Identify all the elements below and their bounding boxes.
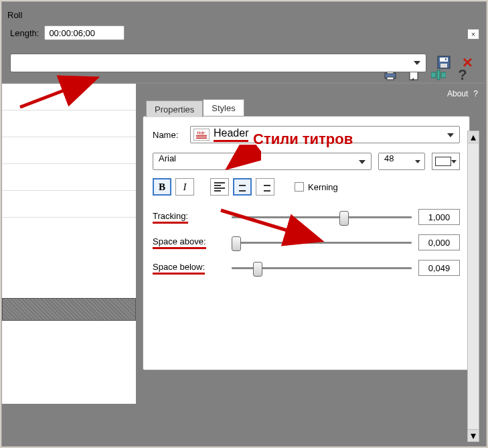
svg-rect-4 [431, 72, 436, 78]
list-item [2, 164, 136, 191]
list-item [2, 191, 136, 218]
svg-rect-8 [440, 58, 448, 62]
tracking-row: Tracking: [153, 209, 460, 225]
hatched-block [2, 298, 136, 321]
tab-strip: Properties Styles [146, 99, 244, 116]
space-above-label: Space above: [153, 236, 225, 249]
tracking-slider[interactable] [232, 210, 412, 224]
scrollbar-up-arrow[interactable]: ▴ [468, 131, 479, 143]
italic-button[interactable]: I [175, 178, 194, 196]
panel-help-icon[interactable]: ? [473, 89, 478, 98]
svg-rect-2 [387, 77, 394, 80]
space-above-row: Space above: [153, 234, 460, 250]
svg-rect-9 [440, 64, 447, 68]
length-input[interactable] [44, 25, 125, 40]
split-icon[interactable] [431, 68, 446, 82]
list-item [2, 137, 136, 164]
style-name-value: Header [214, 127, 248, 142]
kerning-group: Kerning [295, 182, 338, 192]
align-left-button[interactable] [210, 178, 229, 196]
space-below-label: Space below: [153, 262, 225, 275]
tab-properties[interactable]: Properties [146, 100, 203, 117]
main-dropdown[interactable] [10, 54, 426, 72]
bold-button[interactable]: B [153, 178, 171, 196]
format-row: B I Kerning [153, 178, 460, 196]
name-label: Name: [153, 130, 190, 140]
font-size-dropdown[interactable]: 48 [378, 153, 425, 170]
svg-rect-10 [445, 58, 446, 60]
styles-panel: Properties Styles Name: Hdr: Header Aria… [143, 116, 470, 370]
font-family-dropdown[interactable]: Arial [153, 153, 372, 170]
help-icon[interactable]: ? [455, 68, 470, 82]
align-center-button[interactable] [233, 178, 252, 196]
font-row: Arial 48 [153, 153, 460, 170]
left-column [2, 84, 136, 404]
align-right-button[interactable] [256, 178, 274, 196]
space-above-input[interactable] [418, 234, 460, 250]
space-below-row: Space below: [153, 260, 460, 276]
close-icon[interactable] [467, 29, 479, 40]
header-style-icon: Hdr: [193, 129, 210, 141]
kerning-checkbox[interactable] [295, 182, 304, 192]
length-label: Length: [10, 28, 39, 38]
content-area: About ? Properties Styles Name: Hdr: Hea… [2, 82, 486, 404]
kerning-label: Kerning [308, 182, 338, 192]
space-below-input[interactable] [418, 260, 460, 276]
svg-rect-5 [441, 72, 446, 78]
about-link[interactable]: About [447, 89, 468, 98]
window-title: Roll [6, 5, 482, 23]
list-item [2, 110, 136, 137]
tracking-input[interactable] [418, 209, 460, 225]
scrollbar-down-arrow[interactable]: ▾ [468, 429, 479, 441]
space-below-slider[interactable] [232, 261, 412, 275]
vertical-scrollbar[interactable]: ▴ ▾ [467, 131, 479, 442]
tab-styles[interactable]: Styles [203, 99, 244, 116]
font-color-swatch[interactable] [432, 153, 460, 170]
length-row: Length: [6, 23, 482, 47]
window-frame: Roll Length: ? × [1, 1, 487, 447]
space-above-slider[interactable] [232, 236, 412, 249]
tracking-label: Tracking: [153, 211, 225, 224]
svg-rect-6 [437, 70, 440, 80]
list-item [2, 84, 136, 110]
top-toolbar-area: Roll Length: ? × [2, 2, 486, 82]
annotation-styles-title: Стили титров [253, 131, 353, 148]
